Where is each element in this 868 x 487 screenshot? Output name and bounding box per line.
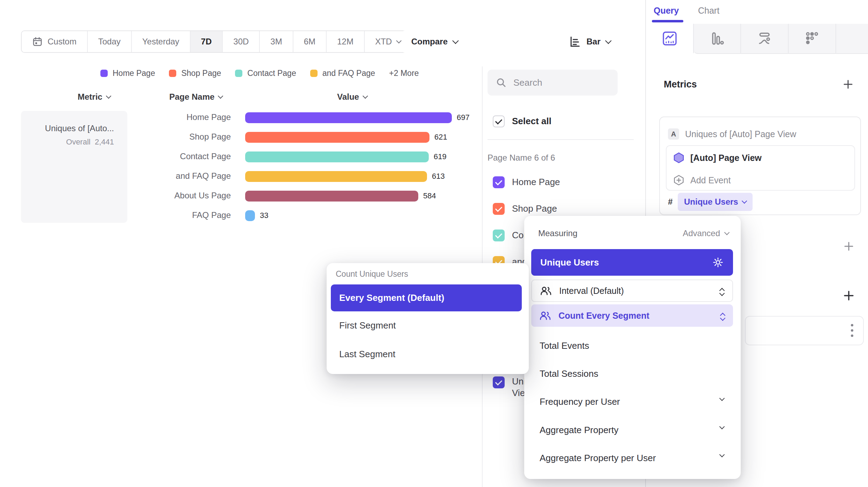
filter-checkbox-1[interactable]: [493, 176, 505, 188]
flows-icon: [755, 29, 774, 48]
segment-count-selector[interactable]: Count Every Segment: [531, 304, 733, 327]
add-breakdown-button[interactable]: [844, 290, 854, 301]
add-event-label: Add Event: [690, 175, 731, 185]
bar-value-label: 584: [423, 191, 436, 200]
measurement-label: Unique Users: [684, 197, 738, 207]
search-input[interactable]: [513, 77, 605, 89]
option-unique-users[interactable]: Unique Users: [531, 249, 733, 276]
measuring-option-total-events[interactable]: Total Events: [540, 340, 589, 351]
date-range-label: 12M: [337, 37, 354, 47]
report-tab-flows[interactable]: [741, 24, 788, 53]
date-range-yesterday[interactable]: Yesterday: [131, 31, 190, 52]
filter-group-label: Page Name 6 of 6: [488, 153, 555, 163]
legend-swatch: [235, 70, 242, 77]
report-tab-funnels[interactable]: [693, 24, 741, 53]
measurement-dropdown[interactable]: Unique Users: [678, 193, 753, 211]
date-range-6m[interactable]: 6M: [293, 31, 326, 52]
insights-icon: [661, 30, 678, 47]
event-row[interactable]: [Auto] Page View: [674, 152, 762, 163]
chevron-down-icon: [719, 396, 725, 401]
report-tab-insights[interactable]: [646, 24, 693, 53]
add-filter-button[interactable]: [844, 241, 854, 251]
compare-button-label: Compare: [411, 37, 448, 47]
segment-popup-title: Count Unique Users: [336, 269, 408, 279]
interval-selector[interactable]: Interval (Default): [531, 280, 733, 302]
event-card: [Auto] Page View Add Event: [666, 145, 855, 191]
divider: [488, 139, 634, 140]
bar[interactable]: [245, 171, 427, 182]
chevron-up-down-icon: [721, 311, 725, 320]
tab-chart[interactable]: Chart: [698, 6, 719, 16]
measuring-popup-title: Measuring: [538, 228, 577, 238]
metric-summary-cell[interactable]: Uniques of [Auto... Overall 2,441: [21, 111, 127, 223]
legend-swatch: [310, 70, 318, 77]
legend-label: Contact Page: [247, 69, 296, 78]
metric-card[interactable]: A Uniques of [Auto] Page View [Auto] Pag…: [659, 117, 861, 215]
segment-count-label: Count Every Segment: [558, 311, 649, 321]
column-header-label: Value: [337, 92, 359, 102]
date-range-label: 30D: [233, 37, 249, 47]
bar[interactable]: [245, 132, 429, 143]
bar-value-label: 621: [434, 133, 447, 142]
date-range-12m[interactable]: 12M: [326, 31, 364, 52]
add-event-row[interactable]: Add Event: [674, 175, 731, 186]
metric-card-title: Uniques of [Auto] Page View: [685, 129, 796, 139]
column-header-page-name[interactable]: Page Name: [169, 92, 222, 102]
gear-icon[interactable]: [712, 256, 724, 268]
date-range-label: Custom: [48, 37, 77, 47]
legend-item: Shop Page: [169, 69, 221, 78]
segment-option[interactable]: First Segment: [339, 320, 396, 331]
bar[interactable]: [245, 191, 418, 202]
measuring-option-aggregate-property-per-user[interactable]: Aggregate Property per User: [540, 453, 656, 464]
horizontal-bar-chart-icon: [569, 36, 581, 48]
date-range-7d[interactable]: 7D: [190, 31, 222, 52]
legend-label: Home Page: [113, 69, 155, 78]
legend-swatch: [169, 70, 176, 77]
filter-checkbox-3[interactable]: [493, 230, 505, 241]
column-header-value[interactable]: Value: [337, 92, 367, 102]
legend-more-label[interactable]: +2 More: [389, 69, 419, 78]
date-range-3m[interactable]: 3M: [259, 31, 292, 52]
measuring-option-aggregate-property[interactable]: Aggregate Property: [540, 425, 618, 436]
chevron-down-icon: [719, 424, 725, 430]
filter-checkbox-2[interactable]: [493, 203, 505, 215]
bar-row-label: Home Page: [119, 112, 231, 122]
event-name: [Auto] Page View: [690, 153, 762, 163]
advanced-toggle[interactable]: Advanced: [683, 228, 729, 238]
chevron-up-down-icon: [720, 287, 724, 295]
date-range-30d[interactable]: 30D: [222, 31, 259, 52]
add-event-icon: [674, 175, 684, 186]
advanced-label: Advanced: [683, 228, 720, 238]
compare-button[interactable]: Compare: [401, 30, 468, 53]
add-metric-button[interactable]: [843, 79, 853, 90]
bar[interactable]: [245, 112, 452, 123]
tab-query[interactable]: Query: [654, 6, 679, 16]
report-tab-retention[interactable]: [788, 24, 836, 53]
date-range-custom[interactable]: Custom: [22, 31, 87, 52]
chevron-down-icon: [106, 93, 111, 99]
segment-option-selected[interactable]: Every Segment (Default): [331, 284, 522, 311]
date-range-label: Yesterday: [142, 37, 179, 47]
kebab-menu-icon[interactable]: [851, 324, 853, 337]
bar[interactable]: [245, 151, 429, 162]
measuring-option-total-sessions[interactable]: Total Sessions: [540, 368, 598, 379]
chart-type-button[interactable]: Bar: [559, 30, 620, 53]
search-box[interactable]: [488, 70, 618, 96]
chart-type-label: Bar: [586, 37, 600, 47]
option-label: Unique Users: [540, 257, 599, 268]
bar[interactable]: [245, 210, 255, 221]
chevron-down-icon: [362, 93, 368, 99]
legend-item: Home Page: [100, 69, 155, 78]
date-range-label: 7D: [201, 37, 212, 47]
filter-checkbox-metric[interactable]: [493, 376, 505, 388]
column-header-metric[interactable]: Metric: [78, 92, 111, 102]
date-range-today[interactable]: Today: [87, 31, 131, 52]
legend-label: Shop Page: [181, 69, 221, 78]
measuring-option-frequency-per-user[interactable]: Frequency per User: [540, 396, 620, 407]
segment-option[interactable]: Last Segment: [339, 349, 395, 360]
filter-item-label: Shop Page: [512, 203, 557, 214]
retention-icon: [803, 29, 821, 48]
select-all-checkbox[interactable]: [493, 115, 505, 127]
chevron-down-icon: [741, 198, 747, 204]
breakdown-card[interactable]: [745, 316, 864, 345]
